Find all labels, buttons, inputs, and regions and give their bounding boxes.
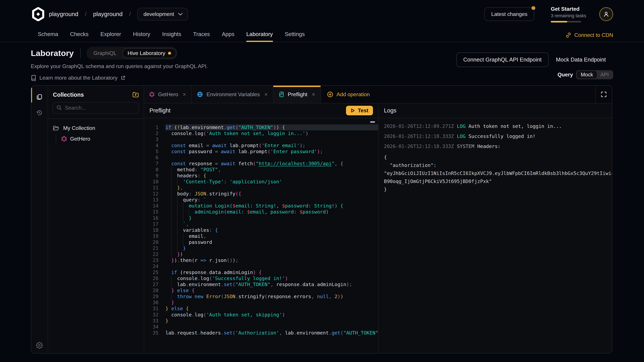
- add-collection-button[interactable]: [132, 92, 139, 97]
- preflight-editor-pane: Preflight Test 1if (!lab.environment.get…: [144, 103, 378, 353]
- code-line[interactable]: 31} else {: [144, 306, 378, 312]
- code-line[interactable]: 20 password: [144, 239, 378, 245]
- close-icon[interactable]: ×: [312, 91, 315, 98]
- operation-gethero[interactable]: GetHero: [62, 134, 139, 144]
- learn-more-link[interactable]: Learn more about the Laboratory: [31, 75, 613, 81]
- code-line[interactable]: 23 }).then(r => r.json());: [144, 257, 378, 263]
- breadcrumb-org[interactable]: playground: [49, 11, 78, 17]
- line-number: 1: [144, 124, 165, 130]
- code-line[interactable]: 10 'Content-Type': 'application/json': [144, 179, 378, 185]
- panel-resize-handle[interactable]: [370, 121, 375, 122]
- tab-gethero-label: GetHero: [158, 91, 178, 97]
- nav-tab-checks[interactable]: Checks: [70, 28, 88, 42]
- code-line[interactable]: 16 }: [144, 215, 378, 221]
- nav-tab-apps[interactable]: Apps: [222, 28, 234, 42]
- code-line[interactable]: 6: [144, 155, 378, 161]
- editor-toggle: GraphiQL Hive Laboratory: [86, 47, 178, 59]
- tab-preflight[interactable]: Preflight ×: [273, 86, 321, 103]
- nav-tab-insights[interactable]: Insights: [162, 28, 181, 42]
- close-icon[interactable]: ×: [264, 91, 268, 98]
- code-line[interactable]: 32 console.log('Auth token set, skipping…: [144, 312, 378, 318]
- collections-rail-button[interactable]: [33, 91, 46, 103]
- code-line[interactable]: 22 }): [144, 251, 378, 257]
- code-line[interactable]: 11 },: [144, 185, 378, 191]
- line-number: 29: [144, 294, 165, 300]
- code-line[interactable]: 19 email,: [144, 233, 378, 239]
- code-line[interactable]: 2 console.log('Auth token not set, loggi…: [144, 130, 378, 136]
- code-line-content: password: [165, 239, 378, 245]
- code-line[interactable]: 25 if (response.data.adminLogin) {: [144, 269, 378, 275]
- code-line-content: query: `: [165, 197, 378, 203]
- line-number: 13: [144, 197, 165, 203]
- breadcrumb-project[interactable]: playground: [93, 11, 122, 17]
- toggle-graphiql[interactable]: GraphiQL: [88, 50, 122, 56]
- code-line[interactable]: 3: [144, 136, 378, 142]
- logs-output[interactable]: 2026-01-26T12:12:09.271Z LOG Auth token …: [378, 118, 612, 353]
- code-line[interactable]: 14 mutation Login($email: String!, $pass…: [144, 203, 378, 209]
- line-number: 30: [144, 300, 165, 306]
- search-input[interactable]: [65, 105, 135, 111]
- code-line[interactable]: 27 lab.environment.set("AUTH_TOKEN", res…: [144, 281, 378, 287]
- code-editor[interactable]: 1if (!lab.environment.get("AUTH_TOKEN"))…: [144, 118, 378, 353]
- collection-folder[interactable]: My Collection: [53, 124, 139, 133]
- fullscreen-button[interactable]: [595, 86, 612, 103]
- user-avatar[interactable]: [599, 7, 613, 21]
- code-line[interactable]: 26 console.log('Successfully logged in!'…: [144, 275, 378, 281]
- operation-tabbar: GetHero × Environment Variables × Prefli…: [144, 86, 612, 103]
- nav-tab-traces[interactable]: Traces: [193, 28, 210, 42]
- query-mode-switcher: Query Mock API: [558, 70, 613, 79]
- connect-to-cdn-link[interactable]: Connect to CDN: [565, 28, 613, 42]
- history-rail-button[interactable]: [33, 107, 46, 119]
- latest-changes-button[interactable]: Latest changes: [484, 7, 534, 21]
- code-line[interactable]: 8 method: "POST",: [144, 167, 378, 173]
- code-line-content: }: [165, 245, 378, 251]
- code-line[interactable]: 30 }: [144, 300, 378, 306]
- code-line[interactable]: 34: [144, 324, 378, 330]
- hive-logo-icon[interactable]: [31, 7, 46, 21]
- code-line[interactable]: 33}: [144, 318, 378, 324]
- code-line[interactable]: 1if (!lab.environment.get("AUTH_TOKEN"))…: [144, 124, 378, 130]
- get-started-widget[interactable]: Get Started 3 remaining tasks: [551, 6, 582, 23]
- tab-gethero[interactable]: GetHero ×: [144, 86, 192, 103]
- breadcrumb-separator: /: [129, 11, 131, 17]
- nav-tab-schema[interactable]: Schema: [38, 28, 58, 42]
- nav-tab-explorer[interactable]: Explorer: [100, 28, 121, 42]
- mode-mock[interactable]: Mock: [577, 71, 597, 78]
- test-button[interactable]: Test: [346, 106, 373, 115]
- close-icon[interactable]: ×: [183, 91, 186, 98]
- code-line[interactable]: 15 adminLogin(email: $email, password: $…: [144, 209, 378, 215]
- mock-data-endpoint-button[interactable]: Mock Data Endpoint: [548, 53, 613, 66]
- line-number: 26: [144, 275, 165, 281]
- target-select[interactable]: development: [137, 8, 188, 20]
- code-line-content: } else {: [165, 287, 378, 294]
- log-entry: 2026-01-26T12:12:18.333Z LOG Successfull…: [384, 133, 612, 140]
- code-line[interactable]: 18 variables: {: [144, 227, 378, 233]
- code-line[interactable]: 4 const email = await lab.prompt('Enter …: [144, 142, 378, 148]
- settings-gear-button[interactable]: [36, 342, 43, 349]
- add-operation-button[interactable]: Add operation: [321, 86, 376, 103]
- code-line[interactable]: 21 }: [144, 245, 378, 251]
- nav-tab-history[interactable]: History: [133, 28, 150, 42]
- code-line[interactable]: 28 } else {: [144, 287, 378, 294]
- code-line-content: variables: {: [165, 227, 378, 233]
- collections-icon: [36, 93, 43, 100]
- connect-graphql-api-endpoint-button[interactable]: Connect GraphQL API Endpoint: [456, 52, 548, 67]
- code-line[interactable]: 17 `,: [144, 221, 378, 227]
- code-line-content: if (response.data.adminLogin) {: [165, 269, 378, 275]
- nav-tab-settings[interactable]: Settings: [285, 28, 305, 42]
- code-line[interactable]: 35lab.request.headers.set('Authorization…: [144, 330, 378, 336]
- mode-api[interactable]: API: [597, 71, 612, 78]
- code-line[interactable]: 7 const response = await fetch("http://l…: [144, 161, 378, 167]
- code-line[interactable]: 24: [144, 263, 378, 269]
- folder-plus-icon: [132, 92, 139, 97]
- code-line[interactable]: 5 const password = await lab.prompt('Ent…: [144, 148, 378, 155]
- code-line[interactable]: 12 body: JSON.stringify({: [144, 191, 378, 197]
- code-line[interactable]: 13 query: `: [144, 197, 378, 203]
- code-line[interactable]: 29 throw new Error(JSON.stringify(respon…: [144, 294, 378, 300]
- code-line[interactable]: 9 headers: {: [144, 173, 378, 179]
- graphql-logo-icon: [62, 136, 67, 142]
- logs-pane: Logs 2026-01-26T12:12:09.271Z LOG Auth t…: [378, 103, 612, 353]
- toggle-hive-laboratory[interactable]: Hive Laboratory: [122, 48, 176, 58]
- nav-tab-laboratory[interactable]: Laboratory: [246, 28, 273, 42]
- tab-environment-variables[interactable]: Environment Variables ×: [192, 86, 273, 103]
